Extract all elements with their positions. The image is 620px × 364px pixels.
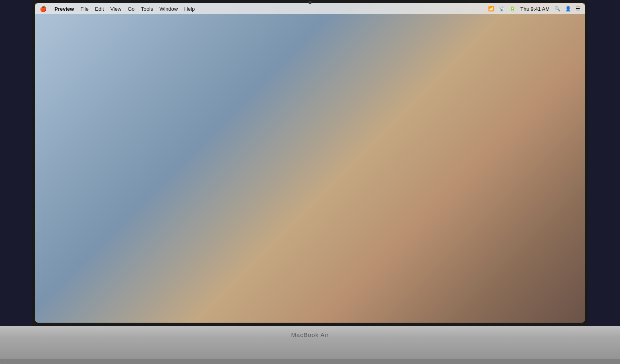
menu-window[interactable]: Window: [159, 6, 178, 12]
screen-frame: 🍎 Preview File Edit View Go Tools Window…: [32, 0, 588, 326]
list-icon[interactable]: ☰: [576, 6, 580, 12]
search-menu-icon[interactable]: 🔍: [554, 6, 560, 12]
menu-tools[interactable]: Tools: [141, 6, 153, 12]
clock: Thu 9:41 AM: [520, 6, 550, 12]
menu-edit[interactable]: Edit: [95, 6, 104, 12]
macbook-chassis: 🍎 Preview File Edit View Go Tools Window…: [0, 0, 620, 364]
menu-file[interactable]: File: [80, 6, 89, 12]
macbook-bottom: MacBook Air: [0, 326, 620, 364]
menubar-right: 📶 📡 🔋 Thu 9:41 AM 🔍 👤 ☰: [488, 6, 580, 12]
camera: [308, 1, 312, 4]
battery-icon: 🔋: [510, 6, 515, 12]
apple-menu[interactable]: 🍎: [40, 6, 46, 12]
menu-help[interactable]: Help: [184, 6, 195, 12]
airplay-icon: 📡: [499, 6, 505, 12]
app-name[interactable]: Preview: [54, 6, 74, 12]
user-icon[interactable]: 👤: [565, 6, 571, 12]
wifi-icon: 📶: [488, 6, 494, 12]
menubar: 🍎 Preview File Edit View Go Tools Window…: [35, 3, 585, 14]
desktop-wallpaper: 🍎 Preview File Edit View Go Tools Window…: [35, 3, 585, 323]
menu-view[interactable]: View: [110, 6, 122, 12]
macbook-label: MacBook Air: [291, 331, 329, 338]
menu-go[interactable]: Go: [128, 6, 134, 12]
macbook-chin: [0, 359, 620, 364]
